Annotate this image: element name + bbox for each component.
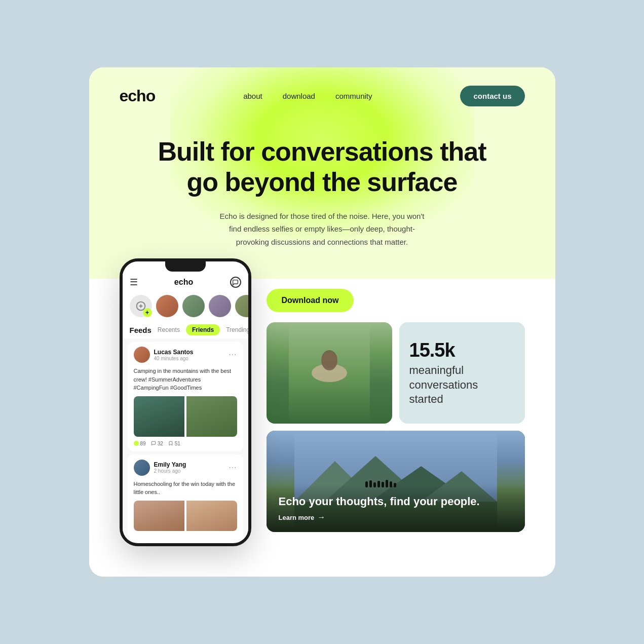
story-avatar-1[interactable]: [156, 295, 178, 317]
post-emily-header: Emily Yang 2 hours ago ···: [134, 460, 237, 476]
post-emily-time: 2 hours ago: [154, 468, 186, 474]
post-emily-avatar: [134, 460, 150, 476]
post-emily-name: Emily Yang: [154, 461, 186, 468]
post-lucas-img1: [134, 396, 184, 437]
svg-point-6: [321, 350, 337, 370]
stats-number: 15.5k: [409, 339, 515, 361]
story-avatar-3[interactable]: [209, 295, 231, 317]
hero-section: echo about download community contact us…: [89, 67, 555, 279]
post-lucas-bookmark[interactable]: 51: [168, 441, 180, 446]
post-lucas-info: Lucas Santos 40 minutes ago: [154, 349, 194, 361]
feeds-tabs: Feeds Recents Friends Trending: [123, 321, 248, 338]
story-avatar-4[interactable]: [235, 295, 248, 317]
bookmark-count: 51: [175, 441, 180, 446]
nav-link-about[interactable]: about: [243, 92, 262, 100]
hero-text: Built for conversations that go beyond t…: [120, 127, 525, 248]
page-wrapper: echo about download community contact us…: [89, 67, 555, 577]
right-column: Download now: [267, 274, 525, 532]
tab-recents[interactable]: Recents: [158, 326, 180, 333]
post-lucas-more[interactable]: ···: [229, 350, 237, 359]
tab-friends[interactable]: Friends: [186, 324, 220, 335]
stats-label: meaningful conversations started: [409, 363, 515, 407]
phone-logo: echo: [174, 278, 193, 287]
wide-card-title-part1: Echo your thoughts, find your: [279, 495, 441, 508]
story-avatar-2[interactable]: [182, 295, 205, 317]
reaction-count: 89: [140, 441, 146, 446]
nav-link-community[interactable]: community: [335, 92, 372, 100]
post-lucas: Lucas Santos 40 minutes ago ··· Camping …: [128, 342, 243, 451]
reaction-dot: [134, 441, 139, 446]
learn-more-link[interactable]: Learn more →: [279, 513, 513, 522]
nav-link-download[interactable]: download: [283, 92, 315, 100]
stats-card: 15.5k meaningful conversations started: [399, 322, 525, 424]
person-silhouette: [267, 322, 392, 424]
hamburger-icon[interactable]: ☰: [130, 277, 138, 288]
wide-card-overlay: Echo your thoughts, find your people. Le…: [267, 484, 525, 533]
feeds-label: Feeds: [130, 326, 151, 334]
main-content: ☰ echo: [89, 274, 555, 577]
learn-more-label: Learn more: [279, 514, 315, 521]
chat-icon[interactable]: [230, 277, 241, 288]
wide-card: Echo your thoughts, find your people. Le…: [267, 431, 525, 532]
wide-card-title-bold: people.: [441, 495, 480, 508]
contact-button[interactable]: contact us: [460, 86, 524, 106]
post-lucas-name: Lucas Santos: [154, 349, 194, 356]
stories-row: +: [123, 291, 248, 321]
post-lucas-text: Camping in the mountains with the best c…: [134, 367, 237, 392]
phone-frame: ☰ echo: [120, 258, 251, 546]
post-emily: Emily Yang 2 hours ago ··· Homeschooling…: [128, 454, 243, 540]
post-lucas-avatar: [134, 347, 150, 363]
post-emily-info: Emily Yang 2 hours ago: [154, 461, 186, 474]
photo-card-person: [267, 322, 392, 424]
post-emily-img1: [134, 501, 184, 531]
post-emily-img2: [186, 501, 237, 531]
post-lucas-user: Lucas Santos 40 minutes ago: [134, 347, 194, 363]
add-story-plus: +: [143, 308, 152, 317]
phone-inner: ☰ echo: [123, 272, 248, 540]
post-lucas-actions: 89 32 51: [134, 441, 237, 446]
download-button[interactable]: Download now: [267, 289, 354, 312]
post-emily-more[interactable]: ···: [229, 463, 237, 472]
post-lucas-time: 40 minutes ago: [154, 356, 194, 361]
navbar: echo about download community contact us: [120, 67, 525, 127]
post-lucas-images: [134, 396, 237, 437]
post-emily-text: Homeschooling for the win today with the…: [134, 480, 237, 497]
add-story-button[interactable]: +: [130, 295, 152, 317]
logo: echo: [120, 87, 156, 105]
phone-topbar: ☰ echo: [123, 272, 248, 291]
post-lucas-comment[interactable]: 32: [151, 441, 163, 446]
tab-trending[interactable]: Trending: [226, 326, 250, 333]
nav-links: about download community: [243, 92, 372, 101]
cards-grid: 15.5k meaningful conversations started: [267, 322, 525, 424]
hero-subtext: Echo is designed for those tired of the …: [216, 210, 429, 249]
hero-headline: Built for conversations that go beyond t…: [150, 137, 495, 198]
comment-count: 32: [158, 441, 163, 446]
post-lucas-img2: [186, 396, 237, 437]
phone-notch: [165, 261, 206, 272]
wide-card-title: Echo your thoughts, find your people.: [279, 495, 513, 509]
post-lucas-reaction[interactable]: 89: [134, 441, 146, 446]
post-emily-user: Emily Yang 2 hours ago: [134, 460, 186, 476]
post-emily-images: [134, 501, 237, 531]
phone-mockup: ☰ echo: [120, 258, 251, 546]
arrow-icon: →: [317, 513, 325, 522]
post-lucas-header: Lucas Santos 40 minutes ago ···: [134, 347, 237, 363]
